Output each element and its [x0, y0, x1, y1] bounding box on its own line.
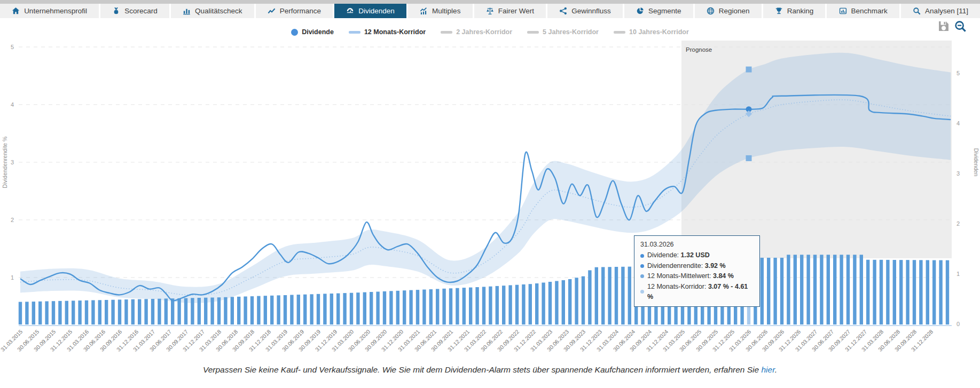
- svg-text:2: 2: [957, 220, 960, 227]
- left-axis-title: Dividendenrendite %: [2, 137, 8, 188]
- tooltip-row-text: 12 Monats-Mittelwert: 3.84 %: [647, 271, 734, 281]
- tooltip-row-text: 12 Monats-Korridor: 3.07 % - 4.61 %: [647, 282, 754, 303]
- right-axis-title: Dividenden: [973, 148, 979, 177]
- x-axis-labels: 31.03.201530.06.201530.09.201531.12.2015…: [0, 328, 935, 353]
- bullet-icon: [640, 264, 644, 268]
- svg-text:4: 4: [11, 101, 14, 108]
- bullet-icon: [640, 254, 644, 258]
- footer-text: Verpassen Sie keine Kauf- und Verkaufssi…: [203, 365, 762, 374]
- svg-text:2: 2: [11, 217, 14, 223]
- footer-link[interactable]: hier: [761, 365, 774, 374]
- svg-text:1: 1: [11, 274, 14, 281]
- svg-text:5: 5: [11, 44, 14, 50]
- tooltip-row: Dividendenrendite: 3.92 %: [640, 261, 754, 271]
- chart-tooltip: 31.03.2026 Dividende: 1.32 USDDividenden…: [634, 235, 760, 307]
- svg-text:3: 3: [957, 170, 960, 177]
- tooltip-date: 31.03.2026: [640, 240, 754, 250]
- tooltip-row: Dividende: 1.32 USD: [640, 250, 754, 260]
- svg-text:0: 0: [957, 321, 960, 327]
- svg-text:3: 3: [11, 159, 14, 165]
- tooltip-row-text: Dividende: 1.32 USD: [647, 250, 710, 260]
- bullet-icon: [640, 290, 644, 294]
- bullet-icon: [640, 274, 644, 278]
- footer-note: Verpassen Sie keine Kauf- und Verkaufssi…: [0, 365, 980, 375]
- svg-text:5: 5: [957, 70, 960, 76]
- tooltip-row-text: Dividendenrendite: 3.92 %: [647, 261, 726, 271]
- tooltip-row: 12 Monats-Korridor: 3.07 % - 4.61 %: [640, 282, 754, 303]
- forecast-label: Prognose: [686, 46, 712, 53]
- svg-text:1: 1: [957, 271, 960, 277]
- dividend-chart[interactable]: Prognose12345012345Dividendenrendite %Di…: [0, 0, 980, 388]
- svg-text:4: 4: [957, 120, 960, 126]
- tooltip-row: 12 Monats-Mittelwert: 3.84 %: [640, 271, 754, 281]
